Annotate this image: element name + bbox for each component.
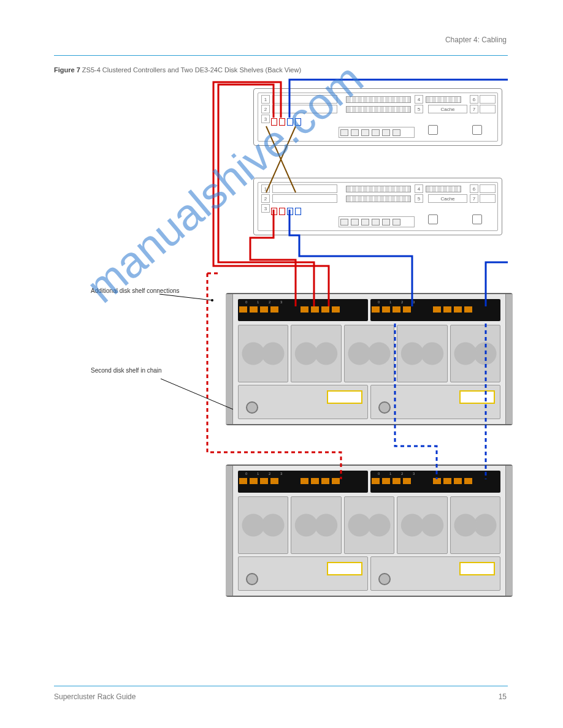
port-strip-1: [346, 186, 411, 192]
slot-2-card: [272, 105, 337, 113]
slot-4: 4: [415, 184, 423, 193]
header-chapter: Chapter 4: Cabling: [445, 36, 507, 44]
network-ports: [339, 216, 415, 227]
slot-6-card: [480, 184, 496, 193]
io-module-a: 0 1 2 3: [238, 471, 368, 493]
slot-2: 2: [261, 194, 270, 203]
slot-1-card: [272, 95, 337, 104]
slot-1: 1: [261, 184, 270, 193]
svg-point-0: [211, 299, 213, 301]
hba-ports-left: [271, 207, 304, 215]
port-strip-2: [346, 195, 411, 202]
port-strip-3: [426, 96, 461, 103]
disk-shelf-1: 0 1 2 3 0 1 2 3: [226, 293, 513, 425]
power-plug-2: [472, 214, 482, 224]
slot-7: 7: [470, 105, 478, 113]
figure-caption-text: ZS5-4 Clustered Controllers and Two DE3-…: [82, 66, 301, 74]
power-plug-2: [472, 125, 482, 135]
legend-second-shelf: Second disk shelf in chain: [91, 366, 162, 374]
slot-1-card: [272, 184, 337, 193]
diagram-area: 1 2 3 4 5 Cache 6 7: [54, 78, 508, 612]
network-ports: [339, 127, 415, 138]
figure-caption: Figure 7 ZS5-4 Clustered Controllers and…: [54, 66, 301, 74]
disk-shelf-2: 0 1 2 3 0 1 2 3: [226, 464, 513, 597]
page-number: 15: [499, 692, 507, 701]
slot-1: 1: [261, 95, 270, 104]
controller-top: 1 2 3 4 5 Cache 6 7: [253, 88, 502, 146]
slot-6-card: [480, 95, 496, 104]
top-rule: [54, 55, 508, 56]
slot-6: 6: [470, 95, 478, 104]
slot-7-card: [480, 105, 496, 113]
io-module-a: 0 1 2 3: [238, 299, 368, 321]
power-plug-1: [428, 125, 438, 135]
slot-2-card: [272, 194, 337, 203]
port-strip-3: [426, 186, 461, 192]
slot-2: 2: [261, 105, 270, 113]
legend-additional: Additional disk shelf connections: [91, 287, 180, 295]
io-module-b: 0 1 2 3: [370, 471, 500, 493]
slot-3: 3: [261, 115, 270, 123]
cache-module: Cache: [428, 194, 467, 203]
slot-5: 5: [415, 194, 423, 203]
slot-6: 6: [470, 184, 478, 193]
port-strip-2: [346, 106, 411, 113]
slot-4: 4: [415, 95, 423, 104]
power-plug-1: [428, 214, 438, 224]
hba-ports-left: [271, 117, 304, 126]
slot-7-card: [480, 194, 496, 203]
controller-bottom: 1 2 3 4 5 Cache 6 7: [253, 178, 502, 235]
bottom-rule: [54, 686, 508, 686]
footer-title: Supercluster Rack Guide: [54, 692, 136, 701]
cache-module: Cache: [428, 105, 467, 113]
port-strip-1: [346, 96, 411, 103]
slot-7: 7: [470, 194, 478, 203]
slot-3: 3: [261, 204, 270, 213]
figure-caption-label: Figure 7: [54, 66, 80, 74]
io-module-b: 0 1 2 3: [370, 299, 500, 321]
slot-5: 5: [415, 105, 423, 113]
